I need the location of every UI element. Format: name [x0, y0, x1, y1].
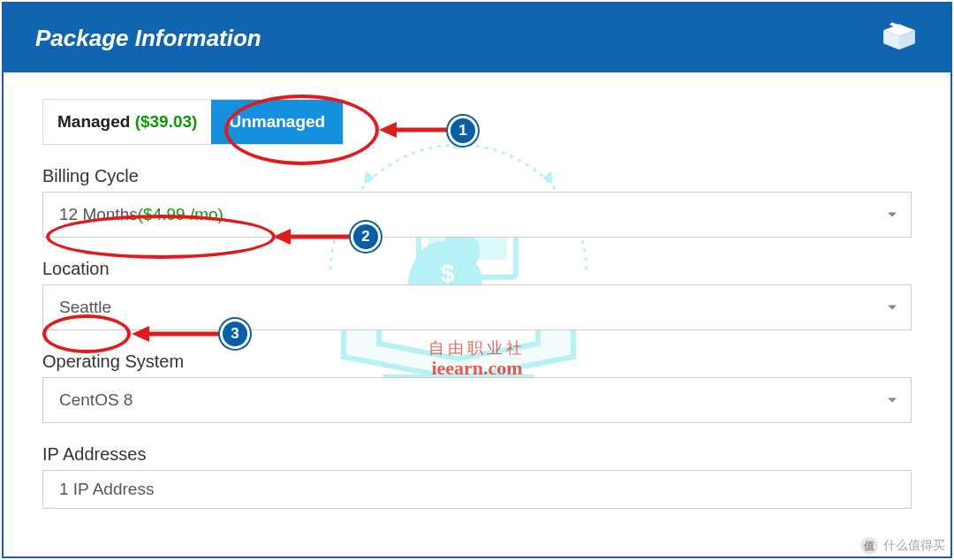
panel-title: Package Information: [35, 25, 261, 52]
management-toggle: Managed ($39.03) Unmanaged: [42, 99, 344, 145]
panel-content: Managed ($39.03) Unmanaged Billing Cycle…: [4, 72, 950, 509]
chevron-down-icon: [888, 213, 897, 217]
billing-label: Billing Cycle: [42, 166, 912, 186]
billing-price: ($4.99 /mo): [138, 205, 223, 224]
package-box-icon: [880, 17, 919, 59]
annotation-badge-2: 2: [351, 222, 381, 252]
os-label: Operating System: [42, 352, 912, 372]
location-section: Location Seattle: [42, 259, 912, 330]
billing-select[interactable]: 12 Months ($4.99 /mo): [42, 192, 912, 238]
ip-select[interactable]: 1 IP Address: [42, 470, 912, 509]
annotation-badge-1: 1: [448, 116, 478, 146]
billing-section: Billing Cycle 12 Months ($4.99 /mo): [42, 166, 912, 238]
panel-header: Package Information: [4, 4, 950, 72]
location-value: Seattle: [59, 298, 111, 317]
os-section: Operating System CentOS 8: [42, 352, 912, 423]
location-select[interactable]: Seattle: [42, 284, 912, 330]
billing-value: 12 Months: [59, 205, 138, 224]
zhi-icon: 值: [860, 537, 878, 555]
chevron-down-icon: [888, 306, 897, 310]
corner-watermark: 值 什么值得买: [860, 537, 945, 555]
ip-section: IP Addresses 1 IP Address: [42, 444, 912, 509]
os-value: CentOS 8: [59, 390, 132, 410]
os-select[interactable]: CentOS 8: [42, 377, 912, 423]
ip-value: 1 IP Address: [59, 480, 154, 499]
ip-label: IP Addresses: [42, 444, 912, 465]
corner-watermark-text: 什么值得买: [883, 538, 945, 554]
unmanaged-option[interactable]: Unmanaged: [211, 100, 343, 144]
package-info-panel: Package Information: [2, 2, 952, 558]
location-label: Location: [42, 259, 912, 279]
chevron-down-icon: [888, 398, 897, 403]
managed-option[interactable]: Managed ($39.03): [43, 100, 211, 144]
managed-label: Managed: [57, 112, 130, 131]
annotation-badge-3: 3: [220, 319, 250, 349]
managed-price: ($39.03): [135, 112, 198, 131]
